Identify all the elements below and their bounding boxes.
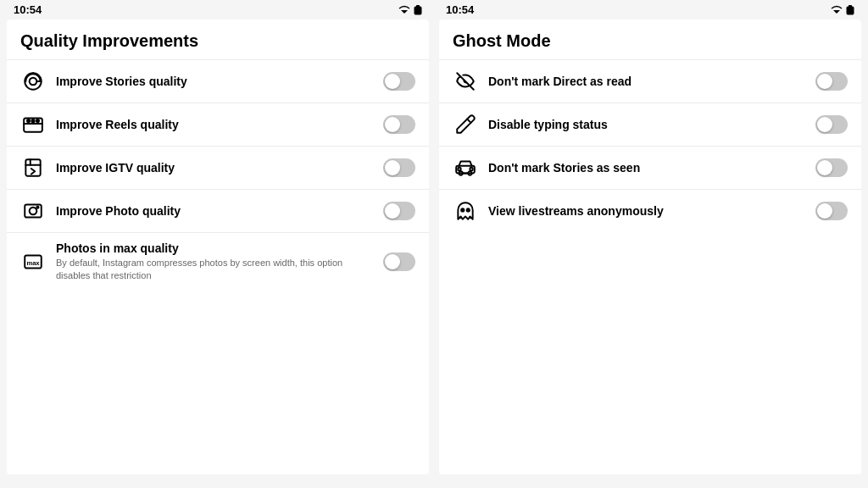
igtv-quality-text: Improve IGTV quality: [56, 161, 373, 175]
svg-rect-27: [470, 168, 472, 170]
dont-mark-stories-row: Don't mark Stories as seen: [439, 146, 861, 189]
right-time: 10:54: [446, 3, 474, 16]
view-livestreams-row: View livestreams anonymously: [439, 189, 861, 232]
max-quality-label: Photos in max quality: [56, 241, 373, 255]
svg-text:max: max: [26, 260, 40, 268]
reels-icon: [20, 112, 46, 137]
svg-point-28: [461, 208, 464, 211]
max-quality-icon: max: [20, 249, 46, 274]
disable-typing-row: Disable typing status: [439, 103, 861, 146]
reels-quality-label: Improve Reels quality: [56, 118, 373, 131]
disable-typing-label: Disable typing status: [488, 118, 805, 131]
car-icon: [453, 155, 478, 180]
dont-mark-stories-text: Don't mark Stories as seen: [488, 161, 805, 175]
svg-marker-3: [833, 10, 840, 14]
dont-mark-direct-label: Don't mark Direct as read: [488, 75, 805, 88]
battery-icon: [414, 5, 422, 15]
reels-quality-toggle[interactable]: [383, 115, 415, 134]
reels-quality-row: Improve Reels quality: [7, 103, 429, 146]
svg-point-7: [30, 78, 37, 86]
pencil-icon: [453, 112, 478, 137]
left-panel: Quality Improvements Improve Stories qua…: [7, 19, 429, 474]
stories-quality-toggle[interactable]: [383, 72, 415, 91]
photo-quality-text: Improve Photo quality: [56, 204, 373, 218]
photo-quality-label: Improve Photo quality: [56, 204, 373, 218]
svg-point-10: [31, 119, 34, 122]
view-livestreams-text: View livestreams anonymously: [488, 204, 805, 218]
left-status-icons: [398, 5, 422, 15]
dont-mark-direct-toggle[interactable]: [815, 72, 848, 91]
left-time: 10:54: [14, 3, 42, 16]
igtv-quality-row: Improve IGTV quality: [7, 146, 429, 189]
stories-quality-label: Improve Stories quality: [56, 75, 373, 88]
svg-point-29: [467, 208, 470, 211]
svg-rect-1: [415, 7, 421, 14]
eye-slash-icon: [453, 69, 478, 94]
max-quality-sublabel: By default, Instagram compresses photos …: [56, 257, 373, 283]
ghost-icon: [453, 198, 478, 224]
right-panel: Ghost Mode Don't mark Direct as read: [439, 19, 861, 474]
svg-rect-26: [458, 168, 460, 170]
svg-point-11: [36, 119, 39, 122]
reels-quality-text: Improve Reels quality: [56, 118, 373, 131]
dont-mark-stories-toggle[interactable]: [815, 158, 848, 177]
right-panel-title: Ghost Mode: [439, 19, 861, 59]
dont-mark-direct-row: Don't mark Direct as read: [439, 59, 861, 103]
svg-marker-0: [401, 10, 408, 14]
dont-mark-stories-label: Don't mark Stories as seen: [488, 161, 805, 175]
igtv-quality-label: Improve IGTV quality: [56, 161, 373, 175]
left-panel-title: Quality Improvements: [7, 19, 429, 59]
svg-point-9: [27, 119, 30, 122]
igtv-quality-toggle[interactable]: [383, 158, 415, 177]
right-status-bar: 10:54: [436, 0, 865, 19]
disable-typing-toggle[interactable]: [815, 115, 848, 134]
max-quality-text: Photos in max quality By default, Instag…: [56, 241, 373, 283]
svg-line-21: [467, 119, 470, 123]
photo-quality-toggle[interactable]: [383, 202, 415, 220]
battery-icon-right: [846, 5, 854, 15]
wifi-icon-right: [830, 5, 843, 15]
view-livestreams-toggle[interactable]: [815, 202, 848, 220]
view-livestreams-label: View livestreams anonymously: [488, 204, 805, 218]
left-status-bar: 10:54: [3, 0, 432, 19]
max-quality-toggle[interactable]: [383, 252, 415, 271]
photo-icon: [20, 198, 46, 224]
igtv-icon: [20, 155, 46, 180]
wifi-icon: [398, 5, 411, 15]
stories-quality-row: Improve Stories quality: [7, 59, 429, 103]
svg-rect-2: [416, 5, 420, 7]
disable-typing-text: Disable typing status: [488, 118, 805, 131]
right-status-icons: [830, 5, 854, 15]
svg-rect-5: [849, 5, 852, 7]
max-quality-row: max Photos in max quality By default, In…: [7, 232, 429, 291]
svg-rect-4: [847, 7, 854, 14]
svg-point-17: [30, 208, 37, 215]
svg-point-18: [36, 207, 38, 208]
photo-quality-row: Improve Photo quality: [7, 189, 429, 232]
dont-mark-direct-text: Don't mark Direct as read: [488, 75, 805, 88]
stories-icon: [20, 69, 46, 94]
stories-quality-text: Improve Stories quality: [56, 75, 373, 88]
